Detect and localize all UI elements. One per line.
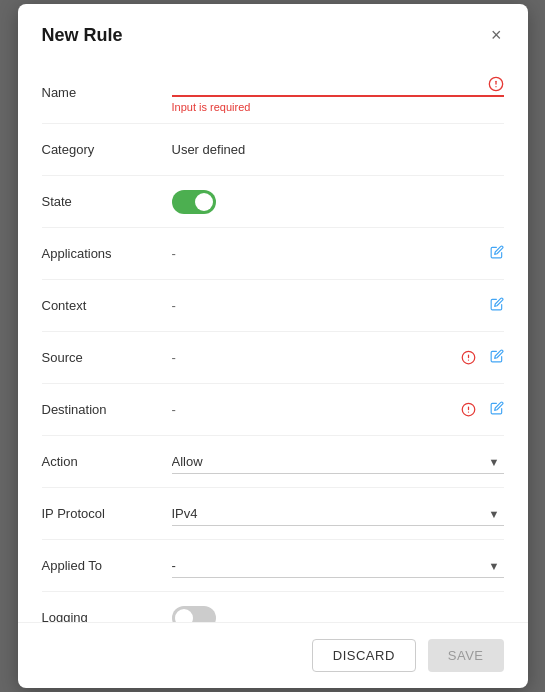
action-row: Action Allow Deny Drop ▼ [42, 436, 504, 488]
name-row: Name Input is required [42, 62, 504, 124]
logging-toggle[interactable] [172, 606, 216, 623]
applied-to-row: Applied To - DFW Edge ▼ [42, 540, 504, 592]
ip-protocol-value: IPv4 IPv6 Any ▼ [172, 502, 504, 526]
logging-row: Logging [42, 592, 504, 622]
context-text: - [172, 298, 176, 313]
applications-row: Applications - [42, 228, 504, 280]
source-warning-icon [461, 350, 476, 365]
ip-protocol-select[interactable]: IPv4 IPv6 Any [172, 502, 504, 526]
applied-to-select[interactable]: - DFW Edge [172, 554, 504, 578]
action-label: Action [42, 454, 172, 469]
logging-label: Logging [42, 610, 172, 622]
modal-title: New Rule [42, 25, 123, 46]
state-slider [172, 190, 216, 214]
destination-edit-icon[interactable] [490, 401, 504, 418]
logging-value [172, 606, 504, 623]
source-icons [457, 349, 504, 366]
destination-text: - [172, 402, 176, 417]
category-row: Category User defined [42, 124, 504, 176]
ip-protocol-select-wrapper: IPv4 IPv6 Any ▼ [172, 502, 504, 526]
source-edit-icon[interactable] [490, 349, 504, 366]
source-value: - [172, 349, 504, 366]
applied-to-label: Applied To [42, 558, 172, 573]
source-row: Source - [42, 332, 504, 384]
source-text: - [172, 350, 176, 365]
category-value: User defined [172, 142, 504, 157]
applications-value: - [172, 245, 504, 262]
destination-row: Destination - [42, 384, 504, 436]
action-value: Allow Deny Drop ▼ [172, 450, 504, 474]
discard-button[interactable]: DISCARD [312, 639, 416, 672]
destination-label: Destination [42, 402, 172, 417]
applications-text: - [172, 246, 176, 261]
context-row: Context - [42, 280, 504, 332]
save-button[interactable]: SAVE [428, 639, 504, 672]
destination-value: - [172, 401, 504, 418]
destination-icons [457, 401, 504, 418]
applications-label: Applications [42, 246, 172, 261]
category-text: User defined [172, 142, 246, 157]
destination-warning-icon [461, 402, 476, 417]
close-button[interactable]: × [489, 24, 504, 46]
state-toggle[interactable] [172, 190, 216, 214]
ip-protocol-row: IP Protocol IPv4 IPv6 Any ▼ [42, 488, 504, 540]
applications-edit-icon[interactable] [490, 245, 504, 262]
name-value: Input is required [172, 72, 504, 113]
source-label: Source [42, 350, 172, 365]
modal-overlay: New Rule × Name Input is required Catego… [0, 0, 545, 692]
logging-slider [172, 606, 216, 623]
new-rule-modal: New Rule × Name Input is required Catego… [18, 4, 528, 688]
name-input-wrapper [172, 72, 504, 97]
context-value: - [172, 297, 504, 314]
context-edit-icon[interactable] [490, 297, 504, 314]
modal-header: New Rule × [18, 4, 528, 62]
ip-protocol-label: IP Protocol [42, 506, 172, 521]
name-input[interactable] [172, 72, 504, 97]
name-error-icon [488, 76, 504, 96]
name-error-text: Input is required [172, 101, 251, 113]
modal-footer: DISCARD SAVE [18, 622, 528, 688]
category-label: Category [42, 142, 172, 157]
action-select-wrapper: Allow Deny Drop ▼ [172, 450, 504, 474]
state-label: State [42, 194, 172, 209]
action-select[interactable]: Allow Deny Drop [172, 450, 504, 474]
name-label: Name [42, 85, 172, 100]
state-row: State [42, 176, 504, 228]
modal-body: Name Input is required Category User def… [18, 62, 528, 622]
applied-to-select-wrapper: - DFW Edge ▼ [172, 554, 504, 578]
state-value [172, 190, 504, 214]
context-label: Context [42, 298, 172, 313]
applied-to-value: - DFW Edge ▼ [172, 554, 504, 578]
